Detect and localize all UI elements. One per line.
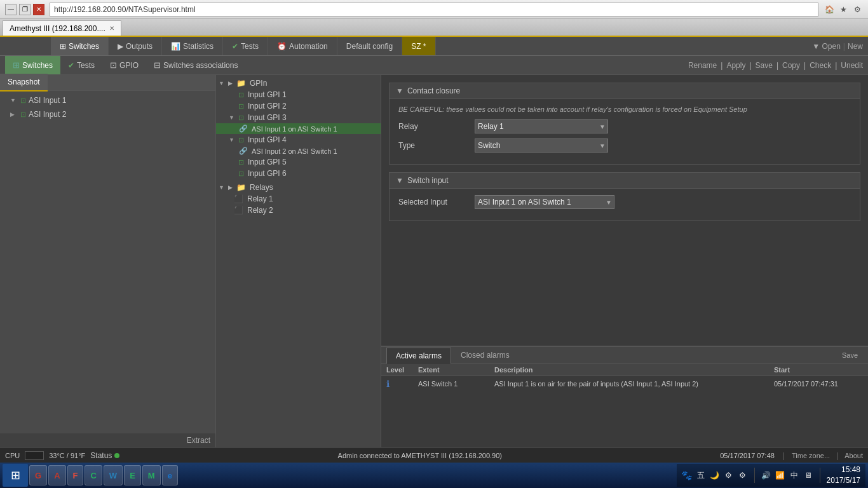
copy-button[interactable]: Copy (782, 61, 800, 70)
tree-gpin[interactable]: ▼ ▶ 📁 GPIn (216, 78, 381, 89)
tray-paw-icon[interactable]: 🐾 (682, 470, 692, 480)
open-button[interactable]: ▼ Open (812, 42, 841, 51)
alarms-save-button[interactable]: Save (837, 349, 863, 362)
collapse-icon[interactable]: ▼ (396, 86, 403, 95)
tree-input-gpi-5[interactable]: ▶ ⊡ Input GPI 5 (216, 156, 381, 168)
tray-display-icon[interactable]: 🖥 (803, 470, 813, 480)
app-nav: Snapshot ⊞ Switches ▶ Outputs 📊 Statisti… (0, 37, 868, 56)
start-button[interactable]: ⊞ (3, 464, 28, 487)
tray-moon-icon[interactable]: 🌙 (710, 470, 720, 480)
automation-icon: ⏰ (277, 42, 287, 51)
minimize-button[interactable]: — (5, 4, 17, 15)
tree-relay-2[interactable]: ⬛ Relay 2 (216, 205, 381, 216)
taskbar-app-w[interactable]: W (104, 465, 123, 485)
browser-tabbar: Amethyst III (192.168.200.... ✕ (0, 19, 868, 37)
sub-nav-switches-assoc[interactable]: ⊟ Switches associations (146, 56, 245, 74)
relay-label: Relay (398, 122, 475, 131)
gpi4-expand-icon[interactable]: ▼ (229, 137, 236, 143)
asi-link-icon: 🔗 (239, 125, 248, 133)
app-nav-actions: ▼ Open | New (812, 42, 868, 51)
tray-network-icon[interactable]: 📶 (775, 470, 785, 480)
nav-tab-statistics[interactable]: 📊 Statistics (162, 37, 223, 55)
check-button[interactable]: Check (810, 61, 831, 70)
tray-volume-icon[interactable]: 🔊 (761, 470, 771, 480)
tree-relay-1[interactable]: ⬛ Relay 1 (216, 193, 381, 205)
switch-collapse-icon[interactable]: ▼ (396, 176, 403, 185)
tray-gear-icon[interactable]: ⚙ (738, 470, 748, 480)
sub-nav-switches[interactable]: ⊞ Switches (5, 56, 60, 74)
taskbar-app-e[interactable]: E (124, 465, 141, 485)
admin-status: Admin connected to AMETHYST III (192.168… (125, 452, 715, 459)
tree-input-gpi-4[interactable]: ▼ ⊡ Input GPI 4 (216, 134, 381, 146)
sub-tests-icon: ✔ (68, 61, 74, 70)
sub-nav-tests[interactable]: ✔ Tests (60, 56, 102, 74)
nav-tab-outputs[interactable]: ▶ Outputs (109, 37, 162, 55)
relay-select[interactable]: Relay 1 Relay 2 (475, 119, 608, 133)
tree-input-gpi-3[interactable]: ▼ ⊡ Input GPI 3 (216, 112, 381, 123)
browser-tab[interactable]: Amethyst III (192.168.200.... ✕ (3, 20, 121, 36)
type-label: Type (398, 141, 475, 150)
extract-button[interactable]: Extract (0, 433, 215, 447)
tree-input-gpi-1[interactable]: ▶ ⊡ Input GPI 1 (216, 89, 381, 100)
sub-nav: ⊞ Switches ✔ Tests ⊡ GPIO ⊟ Switches ass… (0, 56, 868, 75)
home-icon[interactable]: 🏠 (824, 4, 835, 15)
nav-tab-switches[interactable]: ⊞ Switches (51, 37, 109, 55)
maximize-button[interactable]: ❐ (19, 4, 31, 15)
timezone-link[interactable]: Time zone... (792, 452, 830, 459)
address-bar[interactable]: http://192.168.200.90/NTASupervisor.html (50, 3, 818, 17)
tree-input-gpi-6[interactable]: ▶ ⊡ Input GPI 6 (216, 168, 381, 179)
relays-folder-icon: 📁 (236, 183, 246, 192)
tree-asi-input1-sw1[interactable]: 🔗 ASI Input 1 on ASI Switch 1 (216, 123, 381, 134)
tree-asi-input2-sw1[interactable]: 🔗 ASI Input 2 on ASI Switch 1 (216, 146, 381, 156)
gpi1-icon: ⊡ (238, 91, 244, 99)
nav-tab-automation[interactable]: ⏰ Automation (268, 37, 337, 55)
sidebar-item-asi-input-2[interactable]: ▶ ⊡ ASI Input 2 (0, 107, 215, 121)
sub-nav-gpio[interactable]: ⊡ GPIO (102, 56, 146, 74)
type-row: Type Switch Manual Auto ▼ (398, 139, 851, 152)
expand-icon-2[interactable]: ▶ (10, 111, 18, 118)
taskbar-app-m[interactable]: M (142, 465, 161, 485)
active-alarms-tab[interactable]: Active alarms (386, 348, 451, 364)
nav-tab-default-config[interactable]: Default config (337, 37, 402, 55)
gpi2-icon: ⊡ (238, 102, 244, 111)
gpi3-expand-icon[interactable]: ▼ (229, 114, 236, 121)
alarms-section: Active alarms Closed alarms Save Level E… (381, 346, 868, 447)
selected-input-label: Selected Input (398, 198, 475, 207)
selected-input-row: Selected Input ASI Input 1 on ASI Switch… (398, 195, 851, 209)
taskbar-app-c[interactable]: C (85, 465, 102, 485)
type-select[interactable]: Switch Manual Auto (475, 139, 608, 152)
settings-icon[interactable]: ⚙ (851, 4, 863, 15)
star-icon[interactable]: ★ (837, 4, 849, 15)
tray-keyboard-icon[interactable]: 中 (789, 470, 799, 480)
expand-icon[interactable]: ▼ (10, 97, 18, 104)
apply-button[interactable]: Apply (726, 61, 745, 70)
taskbar-app-f[interactable]: F (67, 465, 84, 485)
close-button[interactable]: ✕ (33, 4, 44, 15)
tree-relays[interactable]: ▼ ▶ 📁 Relays (216, 182, 381, 193)
alarm-start: 05/17/2017 07:47:31 (774, 380, 863, 388)
sidebar-item-asi-input-1[interactable]: ▼ ⊡ ASI Input 1 (0, 93, 215, 107)
relays-expand-icon[interactable]: ▼ (219, 184, 226, 191)
unedit-button[interactable]: Unedit (841, 61, 863, 70)
taskbar-app-a[interactable]: A (48, 465, 65, 485)
relays-expand-icon2: ▶ (228, 184, 233, 191)
about-link[interactable]: About (844, 452, 863, 459)
taskbar-app-ie[interactable]: e (162, 465, 178, 485)
nav-tab-tests[interactable]: ✔ Tests (223, 37, 268, 55)
snapshot-tab[interactable]: Snapshot (0, 74, 48, 92)
tray-settings-icon[interactable]: ⚙ (724, 470, 734, 480)
gpin-expand-icon[interactable]: ▼ (219, 80, 226, 86)
tray-chinese-icon[interactable]: 五 (696, 470, 706, 480)
selected-input-select[interactable]: ASI Input 1 on ASI Switch 1 ASI Input 2 … (475, 195, 614, 209)
windows-clock[interactable]: 15:48 2017/5/17 (827, 464, 860, 486)
nav-tab-sz[interactable]: SZ * (402, 37, 435, 55)
taskbar-app-g[interactable]: G (29, 465, 47, 485)
closed-alarms-tab[interactable]: Closed alarms (451, 347, 519, 363)
rename-button[interactable]: Rename (688, 61, 717, 70)
tab-close-icon[interactable]: ✕ (109, 25, 114, 32)
new-button[interactable]: New (848, 42, 863, 51)
save-button[interactable]: Save (756, 61, 773, 70)
sidebar: ⊡ Inputs ▼ ⊡ ASI Input 1 ▶ ⊡ ASI Input 2… (0, 75, 216, 447)
tree-input-gpi-2[interactable]: ▶ ⊡ Input GPI 2 (216, 100, 381, 112)
col-start-header: Start (774, 366, 863, 374)
